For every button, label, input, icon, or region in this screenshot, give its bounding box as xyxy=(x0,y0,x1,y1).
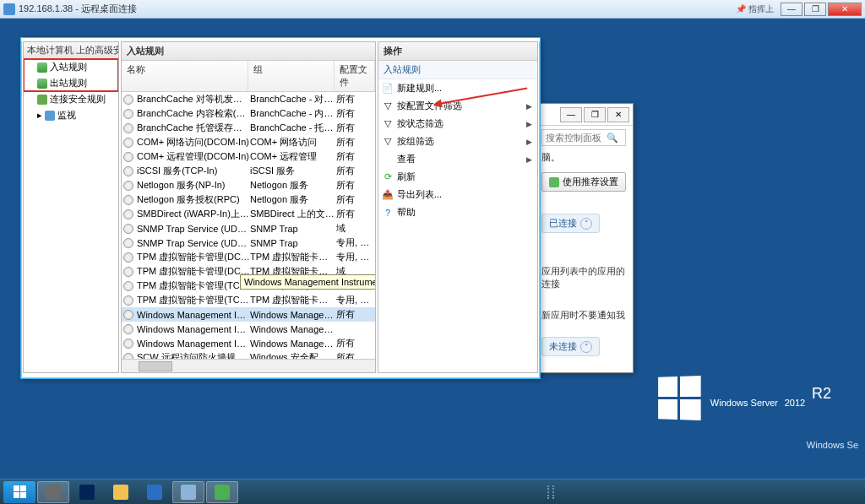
maximize-button[interactable]: ❐ xyxy=(804,3,826,16)
taskbar-powershell[interactable] xyxy=(71,481,103,503)
status-connected-pill[interactable]: 已连接˄ xyxy=(541,214,600,233)
rule-name: COM+ 远程管理(DCOM-In) xyxy=(137,150,250,163)
table-row[interactable]: BranchCache 内容检索(HTTP-In)BranchCache - 内… xyxy=(122,106,375,121)
security-icon xyxy=(37,95,47,105)
rule-group: Netlogon 服务 xyxy=(250,193,336,206)
table-row[interactable]: iSCSI 服务(TCP-In)iSCSI 服务所有 xyxy=(122,164,375,178)
taskbar xyxy=(0,479,865,504)
cp-maximize-button[interactable]: ❐ xyxy=(584,107,606,122)
scrollbar-thumb[interactable] xyxy=(139,361,172,371)
chevron-right-icon: ▶ xyxy=(526,138,532,146)
table-row[interactable]: BranchCache 对等机发现(WSD-In)BranchCache - 对… xyxy=(122,92,375,106)
action-filter-group[interactable]: ▽按组筛选▶ xyxy=(378,133,537,150)
rule-status-icon xyxy=(123,252,133,263)
rule-group: Windows 安全配置向导 xyxy=(250,351,336,359)
action-help[interactable]: ?帮助 xyxy=(378,203,537,221)
rule-group: TPM 虚拟智能卡管理 xyxy=(250,251,336,263)
rule-group: Windows Management In... xyxy=(250,310,336,320)
col-profile[interactable]: 配置文件 xyxy=(335,61,375,91)
table-row[interactable]: SNMP Trap Service (UDP In)SNMP Trap专用, 公… xyxy=(122,236,375,250)
rule-status-icon xyxy=(123,195,133,205)
taskbar-control-panel[interactable] xyxy=(172,481,204,503)
rule-name: Netlogon 服务(NP-In) xyxy=(137,179,250,192)
table-row[interactable]: COM+ 网络访问(DCOM-In)COM+ 网络访问所有 xyxy=(122,135,375,149)
table-row[interactable]: TPM 虚拟智能卡管理(TCP-In)TPM 虚拟智能卡管理专用, 公... xyxy=(122,293,375,307)
horizontal-scrollbar[interactable] xyxy=(122,359,375,372)
cp-minimize-button[interactable]: — xyxy=(560,107,582,122)
table-row[interactable]: Windows Management Instrumentati...Windo… xyxy=(122,307,375,322)
table-row[interactable]: Windows Management Instrumentati...Windo… xyxy=(122,322,375,336)
filter-icon: ▽ xyxy=(382,136,394,148)
table-row[interactable]: TPM 虚拟智能卡管理(DCOM-In)TPM 虚拟智能卡管理专用, 公... xyxy=(122,250,375,264)
monitor-icon xyxy=(45,111,55,121)
start-button[interactable] xyxy=(3,481,35,503)
rule-profile: 专用, 公... xyxy=(336,236,373,249)
tree-root[interactable]: 本地计算机 上的高级安全 Win... xyxy=(24,42,118,59)
close-button[interactable]: ✕ xyxy=(828,3,862,16)
chevron-right-icon: ▶ xyxy=(526,102,532,111)
table-row[interactable]: BranchCache 托管缓存服务器(HTTP-In)BranchCache … xyxy=(122,121,375,135)
export-icon: 📤 xyxy=(382,189,394,201)
rule-status-icon xyxy=(123,95,133,105)
table-row[interactable]: Netlogon 服务授权(RPC)Netlogon 服务所有 xyxy=(122,192,375,207)
help-icon: ? xyxy=(382,207,394,219)
cp-search-input[interactable] xyxy=(546,133,607,143)
use-recommended-button[interactable]: 使用推荐设置 xyxy=(541,172,626,192)
minimize-button[interactable]: — xyxy=(781,3,802,16)
rule-status-icon xyxy=(123,353,133,360)
action-view[interactable]: 查看▶ xyxy=(378,150,537,168)
action-export[interactable]: 📤导出列表... xyxy=(378,186,537,203)
rule-group: SMBDirect 上的文件和打印... xyxy=(250,208,336,220)
rule-profile: 所有 xyxy=(336,136,373,149)
chevron-right-icon: ▶ xyxy=(526,155,532,164)
table-row[interactable]: Netlogon 服务(NP-In)Netlogon 服务所有 xyxy=(122,178,375,192)
tree-connection-security[interactable]: 连接安全规则 xyxy=(24,91,118,107)
outbound-icon xyxy=(37,79,47,89)
tree-inbound-rules[interactable]: 入站规则 xyxy=(24,59,118,75)
col-group[interactable]: 组 xyxy=(248,61,335,91)
table-row[interactable]: Windows Management Instrumentati...Windo… xyxy=(122,336,375,350)
rule-name: SNMP Trap Service (UDP In) xyxy=(137,224,250,234)
table-row[interactable]: COM+ 远程管理(DCOM-In)COM+ 远程管理所有 xyxy=(122,149,375,164)
chevron-down-icon: ˅ xyxy=(580,341,592,353)
rule-name: Windows Management Instrumentati... xyxy=(137,310,250,320)
rule-group: TPM 虚拟智能卡管理 xyxy=(250,294,336,306)
cp-text-2: 应用列表中的应用的连接 xyxy=(541,265,626,290)
rule-profile: 所有 xyxy=(336,107,373,120)
refresh-icon: ⟳ xyxy=(382,171,394,183)
cp-close-button[interactable]: ✕ xyxy=(607,107,629,122)
rule-profile: 所有 xyxy=(336,150,373,163)
table-row[interactable]: SCW 远程访问防火墙规则 - Scshost - ...Windows 安全配… xyxy=(122,350,375,359)
taskbar-explorer[interactable] xyxy=(105,481,137,503)
rule-status-icon xyxy=(123,267,133,277)
action-new-rule[interactable]: 📄新建规则... xyxy=(378,79,537,97)
table-row[interactable]: SNMP Trap Service (UDP In)SNMP Trap域 xyxy=(122,221,375,236)
action-filter-state[interactable]: ▽按状态筛选▶ xyxy=(378,115,537,133)
rdp-pin-label[interactable]: 📌 指挥上 xyxy=(736,3,774,15)
taskbar-firewall[interactable] xyxy=(206,481,238,503)
cp-search-box[interactable]: 🔍 xyxy=(541,129,626,146)
rule-profile: 所有 xyxy=(336,351,373,359)
windows-logo-icon xyxy=(658,376,701,420)
rule-group: SNMP Trap xyxy=(250,224,336,234)
filter-icon: ▽ xyxy=(382,118,394,130)
action-refresh[interactable]: ⟳刷新 xyxy=(378,168,537,186)
new-rule-icon: 📄 xyxy=(382,83,394,95)
watermark-text: Windows Se xyxy=(807,440,858,450)
inbound-icon xyxy=(37,62,47,73)
rule-status-icon xyxy=(123,281,133,291)
toolbar-grip[interactable] xyxy=(547,485,554,499)
tree-outbound-rules[interactable]: 出站规则 xyxy=(24,75,118,91)
tree-monitor[interactable]: ▸ 监视 xyxy=(24,107,118,123)
rule-profile: 所有 xyxy=(336,308,373,321)
table-row[interactable]: SMBDirect (iWARP-In)上的文件和打印...SMBDirect … xyxy=(122,207,375,221)
rule-group: iSCSI 服务 xyxy=(250,165,336,177)
rules-header: 入站规则 xyxy=(122,42,375,61)
rules-body[interactable]: BranchCache 对等机发现(WSD-In)BranchCache - 对… xyxy=(122,92,375,359)
col-name[interactable]: 名称 xyxy=(122,61,248,91)
taskbar-ie[interactable] xyxy=(139,481,171,503)
taskbar-server-manager[interactable] xyxy=(37,481,69,503)
windows-server-logo: Windows Server 2012 R2 xyxy=(657,377,831,420)
rule-status-icon xyxy=(123,339,133,349)
status-disconnected-pill[interactable]: 未连接˅ xyxy=(541,337,600,356)
